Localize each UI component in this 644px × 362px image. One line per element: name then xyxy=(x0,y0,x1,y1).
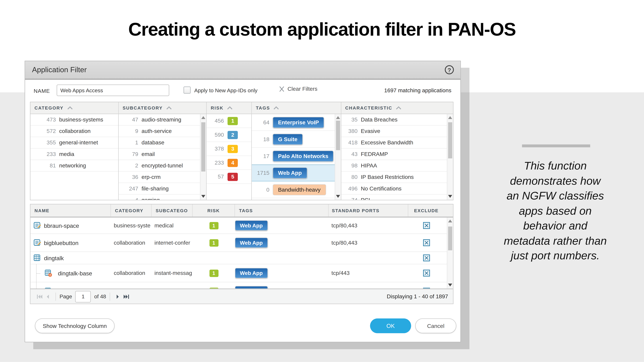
list-item[interactable]: 2334 xyxy=(206,156,251,170)
scroll-down-icon[interactable] xyxy=(336,195,340,198)
scroll-down-icon[interactable] xyxy=(201,195,206,198)
list-item[interactable]: 64Enterprise VoIP xyxy=(252,114,335,131)
col-header-ports[interactable]: STANDARD PORTS xyxy=(328,204,408,217)
app-ports: tcp/80,443 xyxy=(328,234,408,252)
list-item[interactable]: 43FEDRAMP xyxy=(341,148,447,160)
scroll-thumb[interactable] xyxy=(336,121,340,150)
col-header-risk[interactable]: RISK xyxy=(193,204,235,217)
app-category: business-syste xyxy=(111,218,152,233)
list-item[interactable]: 418Excessive Bandwidth xyxy=(341,137,447,148)
sort-asc-icon xyxy=(396,106,401,110)
exclude-icon[interactable] xyxy=(423,254,430,261)
next-page-icon[interactable] xyxy=(114,292,122,302)
list-item[interactable]: 233media xyxy=(30,148,118,160)
scroll-down-icon[interactable] xyxy=(448,284,452,286)
exclude-icon[interactable] xyxy=(423,288,430,288)
app-name: dingtalk-file-transfer xyxy=(58,288,108,289)
list-item[interactable]: 3783 xyxy=(206,142,251,156)
col-header-tags[interactable]: TAGS xyxy=(235,204,328,217)
help-icon[interactable]: ? xyxy=(445,65,454,74)
table-row[interactable]: dingtalk xyxy=(30,252,453,264)
name-input[interactable] xyxy=(57,84,169,96)
list-item[interactable]: 9auth-service xyxy=(118,126,201,137)
list-item[interactable]: 74PCI xyxy=(341,194,447,200)
scroll-up-icon[interactable] xyxy=(448,116,452,119)
list-item[interactable]: 4561 xyxy=(206,114,251,128)
list-item[interactable]: 5902 xyxy=(206,128,251,142)
risk-badge: 1 xyxy=(209,288,218,289)
list-item[interactable]: 0Bandwidth-heavy xyxy=(252,181,335,198)
list-item[interactable]: 17Palo Alto Networks xyxy=(252,148,335,165)
table-row[interactable]: bbraun-space business-syste medical 1 We… xyxy=(30,218,453,234)
col-header-subcategory[interactable]: SUBCATEGO xyxy=(152,204,193,217)
list-item[interactable]: 98HIPAA xyxy=(341,160,447,172)
prev-page-icon[interactable] xyxy=(44,292,52,302)
clear-filters-button[interactable]: Clear Filters xyxy=(279,86,317,92)
pager-separator xyxy=(110,292,110,301)
col-header-exclude[interactable]: EXCLUDE xyxy=(408,204,444,217)
category-column: CATEGORY 473business-systems 572collabor… xyxy=(30,102,118,200)
item-label: Excessive Bandwidth xyxy=(361,139,413,146)
list-item[interactable]: 575 xyxy=(206,170,251,184)
last-page-icon[interactable] xyxy=(122,292,130,302)
risk-header[interactable]: RISK xyxy=(206,102,251,114)
scroll-thumb[interactable] xyxy=(448,122,452,158)
list-item[interactable]: 36erp-crm xyxy=(118,172,201,183)
list-item-selected[interactable]: 1715Web App xyxy=(252,165,335,181)
scroll-thumb[interactable] xyxy=(448,227,452,250)
list-item[interactable]: 247file-sharing xyxy=(118,183,201,194)
exclude-icon[interactable] xyxy=(423,222,430,229)
cancel-button[interactable]: Cancel xyxy=(415,318,456,333)
list-item[interactable]: 380Evasive xyxy=(341,126,447,137)
list-item[interactable]: 81networking xyxy=(30,160,118,172)
list-item[interactable]: 4gaming xyxy=(118,194,201,200)
tag-pill: Web App xyxy=(273,167,307,178)
table-scrollbar[interactable] xyxy=(447,218,453,289)
item-count: 247 xyxy=(118,185,138,192)
col-header-name[interactable]: NAME xyxy=(30,204,111,217)
scroll-thumb[interactable] xyxy=(201,122,206,172)
risk-badge-3: 3 xyxy=(228,145,238,153)
table-row-child[interactable]: dingtalk-file-transfer collaboration ins… xyxy=(30,282,453,289)
subcategory-scrollbar[interactable] xyxy=(200,114,206,200)
list-item[interactable]: 80IP Based Restrictions xyxy=(341,172,447,183)
pagination-bar: Page of 48 Displaying 1 - 40 of 1897 xyxy=(30,289,454,304)
list-item[interactable]: 496No Certifications xyxy=(341,183,447,194)
tag-pill: Web App xyxy=(235,268,268,278)
tags-list: 64Enterprise VoIP 18G Suite 17Palo Alto … xyxy=(252,114,341,200)
screenshot-stage: Creating a custom application filter in … xyxy=(0,0,644,362)
characteristic-header[interactable]: CHARACTERISTIC xyxy=(341,102,453,114)
scroll-up-icon[interactable] xyxy=(201,116,206,119)
item-label: HIPAA xyxy=(361,163,377,169)
ok-button[interactable]: OK xyxy=(370,318,411,333)
exclude-icon[interactable] xyxy=(423,239,430,246)
list-item[interactable]: 18G Suite xyxy=(252,131,335,148)
grid-icon xyxy=(34,254,41,262)
list-item[interactable]: 355general-internet xyxy=(30,137,118,148)
list-item[interactable]: 572collaboration xyxy=(30,126,118,137)
item-count: 1 xyxy=(118,139,138,146)
table-row[interactable]: bigbluebutton collaboration internet-con… xyxy=(30,234,453,252)
scroll-up-icon[interactable] xyxy=(336,116,340,119)
list-item[interactable]: 79email xyxy=(118,148,201,160)
application-filter-dialog: Application Filter ? NAME Apply to New A… xyxy=(24,61,461,342)
list-item[interactable]: 35Data Breaches xyxy=(341,114,447,125)
scroll-up-icon[interactable] xyxy=(448,220,452,222)
table-row-child[interactable]: dingtalk-base collaboration instant-mess… xyxy=(30,264,453,282)
first-page-icon[interactable] xyxy=(35,292,44,302)
list-item[interactable]: 2encrypted-tunnel xyxy=(118,160,201,172)
characteristic-scrollbar[interactable] xyxy=(447,114,453,200)
category-header[interactable]: CATEGORY xyxy=(30,102,118,114)
col-header-category[interactable]: CATEGORY xyxy=(111,204,152,217)
list-item[interactable]: 473business-systems xyxy=(30,114,118,125)
show-technology-column-button[interactable]: Show Technology Column xyxy=(35,318,115,333)
apply-new-appids-checkbox[interactable] xyxy=(184,87,190,93)
tags-scrollbar[interactable] xyxy=(334,114,341,200)
list-item[interactable]: 47audio-streaming xyxy=(118,114,201,125)
subcategory-header[interactable]: SUBCATEGORY xyxy=(118,102,206,114)
exclude-icon[interactable] xyxy=(423,270,430,277)
tags-header[interactable]: TAGS xyxy=(252,102,341,114)
list-item[interactable]: 1database xyxy=(118,137,201,148)
scroll-down-icon[interactable] xyxy=(448,195,452,198)
page-number-input[interactable] xyxy=(75,291,91,302)
